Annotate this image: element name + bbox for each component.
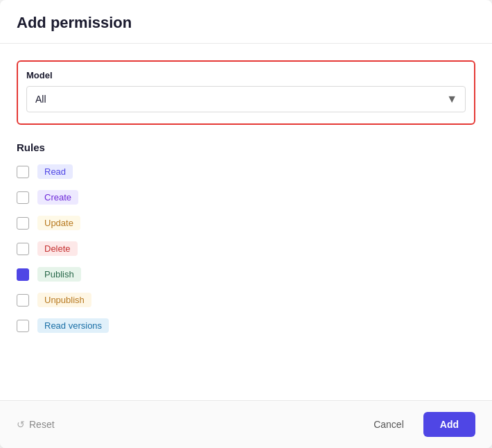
rule-badge-update: Update <box>37 216 80 230</box>
add-permission-dialog: Add permission Model All ▼ Rules ReadCre… <box>0 0 492 448</box>
reset-label: Reset <box>29 419 55 430</box>
rule-badge-publish: Publish <box>37 267 81 282</box>
rule-checkbox-unpublish[interactable] <box>17 294 29 307</box>
rules-section: Rules ReadCreateUpdateDeletePublishUnpub… <box>17 141 475 333</box>
rule-item-unpublish: Unpublish <box>17 293 475 307</box>
footer-actions: Cancel Add <box>362 412 475 437</box>
rule-checkbox-delete[interactable] <box>17 243 29 255</box>
rule-checkbox-read-versions[interactable] <box>17 320 29 332</box>
rule-item-delete: Delete <box>17 241 475 256</box>
model-select-wrapper: All ▼ <box>26 86 466 112</box>
rule-badge-unpublish: Unpublish <box>37 293 91 307</box>
model-section: Model All ▼ <box>17 60 475 125</box>
rule-badge-create: Create <box>37 190 78 205</box>
cancel-button[interactable]: Cancel <box>362 413 415 436</box>
add-button[interactable]: Add <box>423 412 475 437</box>
model-select[interactable]: All <box>26 86 466 112</box>
rule-badge-read: Read <box>37 164 73 179</box>
rule-checkbox-publish[interactable] <box>17 268 29 281</box>
rule-item-publish: Publish <box>17 267 475 282</box>
model-label: Model <box>26 70 466 80</box>
reset-icon: ↺ <box>17 419 25 430</box>
rule-badge-delete: Delete <box>37 241 78 256</box>
rule-checkbox-create[interactable] <box>17 191 29 204</box>
rule-item-create: Create <box>17 190 475 205</box>
rules-label: Rules <box>17 141 475 153</box>
rule-badge-read-versions: Read versions <box>37 318 109 333</box>
rule-item-read: Read <box>17 164 475 179</box>
rule-checkbox-update[interactable] <box>17 217 29 230</box>
rule-checkbox-read[interactable] <box>17 166 29 178</box>
dialog-footer: ↺ Reset Cancel Add <box>0 400 492 448</box>
rule-item-read-versions: Read versions <box>17 318 475 333</box>
reset-button[interactable]: ↺ Reset <box>17 419 55 430</box>
rule-item-update: Update <box>17 216 475 230</box>
dialog-header: Add permission <box>0 0 492 44</box>
dialog-body: Model All ▼ Rules ReadCreateUpdateDelete… <box>0 44 492 400</box>
rules-list: ReadCreateUpdateDeletePublishUnpublishRe… <box>17 164 475 333</box>
dialog-title: Add permission <box>17 14 475 32</box>
